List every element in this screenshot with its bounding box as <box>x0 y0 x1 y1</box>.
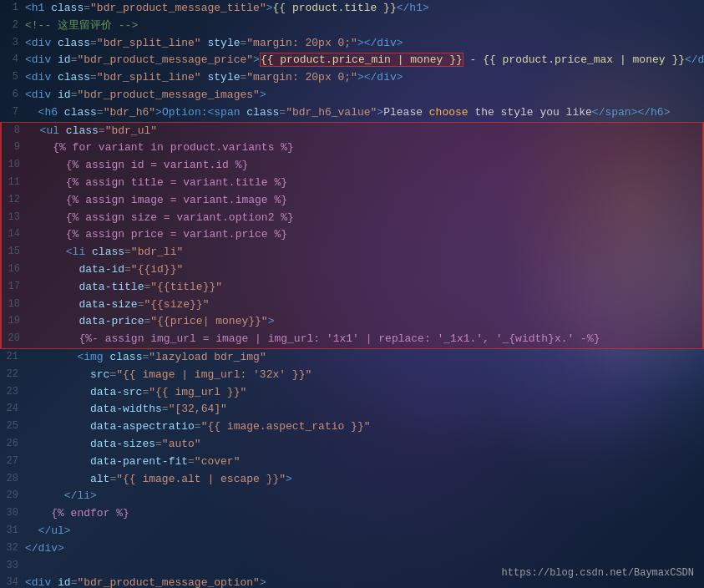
line-code: data-parent-fit="cover" <box>25 454 702 471</box>
line-code: <div id="bdr_product_message_price">{{ p… <box>25 52 704 69</box>
line-number: 13 <box>3 210 27 226</box>
line-code: alt="{{ image.alt | escape }}"> <box>25 471 702 489</box>
code-editor: 1<h1 class="bdr_product_message_title">{… <box>0 0 704 588</box>
code-line: 28 alt="{{ image.alt | escape }}"> <box>0 471 704 489</box>
line-code: <li class="bdr_li" <box>27 244 701 261</box>
line-number: 7 <box>2 104 25 120</box>
line-code: <!-- 这里留评价 --> <box>25 18 702 35</box>
code-line: 18 data-size="{{size}}" <box>0 297 704 314</box>
line-number: 10 <box>3 157 27 173</box>
line-number: 30 <box>2 505 25 521</box>
line-code: data-aspectratio="{{ image.aspect_ratio … <box>25 418 702 436</box>
code-line: 6<div id="bdr_product_message_images"> <box>0 87 704 104</box>
code-line: 22 src="{{ image | img_url: '32x' }}" <box>0 367 704 384</box>
line-number: 24 <box>2 401 25 417</box>
code-line: 12 {% assign image = variant.image %} <box>0 192 704 210</box>
line-code: {% assign image = variant.image %} <box>27 192 701 210</box>
line-code: <ul class="bdr_ul" <box>27 123 701 140</box>
line-number: 15 <box>3 244 27 260</box>
code-line: 8 <ul class="bdr_ul" <box>0 122 704 140</box>
line-number: 1 <box>2 0 25 16</box>
line-number: 12 <box>3 192 27 208</box>
code-line: 7 <h6 class="bdr_h6">Option:<span class=… <box>0 104 704 122</box>
code-line: 13 {% assign size = variant.option2 %} <box>0 210 704 227</box>
code-line: 31 </ul> <box>0 523 704 540</box>
code-line: 19 data-price="{{price| money}}"> <box>0 313 704 331</box>
line-number: 29 <box>2 488 25 504</box>
code-line: 25 data-aspectratio="{{ image.aspect_rat… <box>0 418 704 436</box>
line-code: {% assign price = variant.price %} <box>27 226 701 244</box>
code-line: 27 data-parent-fit="cover" <box>0 454 704 471</box>
line-number: 11 <box>3 175 27 190</box>
code-line: 1<h1 class="bdr_product_message_title">{… <box>0 0 704 18</box>
code-line: 4<div id="bdr_product_message_price">{{ … <box>0 52 704 69</box>
line-code: data-sizes="auto" <box>25 436 702 454</box>
code-line: 23 data-src="{{ img_url }}" <box>0 384 704 402</box>
line-number: 32 <box>2 540 25 556</box>
url-bar: https://blog.csdn.net/BaymaxCSDN <box>502 565 694 581</box>
code-line: 14 {% assign price = variant.price %} <box>0 226 704 244</box>
line-code: {%- assign img_url = image | img_url: '1… <box>27 331 701 348</box>
line-code: {% endfor %} <box>25 505 702 523</box>
line-number: 28 <box>2 471 25 487</box>
code-line: 5<div class="bdr_split_line" style="marg… <box>0 69 704 87</box>
line-code: data-id="{{id}}" <box>27 261 701 279</box>
line-number: 3 <box>2 35 25 51</box>
line-code: </div> <box>25 540 702 558</box>
line-code: <div class="bdr_split_line" style="margi… <box>25 35 702 53</box>
code-line: 26 data-sizes="auto" <box>0 436 704 454</box>
code-line: 21 <img class="lazyload bdr_img" <box>0 349 704 367</box>
line-number: 27 <box>2 454 25 469</box>
line-code: <div class="bdr_split_line" style="margi… <box>25 69 702 87</box>
line-number: 34 <box>2 575 25 588</box>
line-number: 33 <box>2 558 25 574</box>
line-number: 18 <box>3 297 27 312</box>
line-code: data-price="{{price| money}}"> <box>27 313 701 331</box>
line-number: 6 <box>2 87 25 103</box>
line-code: data-widths="[32,64]" <box>25 401 702 418</box>
code-line: 16 data-id="{{id}}" <box>0 261 704 279</box>
code-line: 3<div class="bdr_split_line" style="marg… <box>0 35 704 53</box>
line-number: 22 <box>2 367 25 383</box>
line-code: </ul> <box>25 523 702 540</box>
line-number: 5 <box>2 69 25 85</box>
line-code: {% for variant in product.variants %} <box>27 139 701 157</box>
line-code: data-size="{{size}}" <box>27 297 701 314</box>
code-line: 10 {% assign id = variant.id %} <box>0 157 704 175</box>
line-number: 20 <box>3 331 27 347</box>
code-line: 29 </li> <box>0 488 704 505</box>
line-number: 8 <box>3 123 27 139</box>
code-line: 30 {% endfor %} <box>0 505 704 523</box>
line-number: 26 <box>2 436 25 452</box>
highlight-money: {{ product.price_min | money }} <box>260 53 463 67</box>
line-code: {% assign id = variant.id %} <box>27 157 701 175</box>
line-number: 25 <box>2 418 25 434</box>
line-number: 4 <box>2 52 25 68</box>
code-line: 2<!-- 这里留评价 --> <box>0 18 704 35</box>
line-number: 17 <box>3 279 27 295</box>
line-number: 23 <box>2 384 25 400</box>
line-code: {% assign size = variant.option2 %} <box>27 210 701 227</box>
line-number: 14 <box>3 226 27 242</box>
line-code: <h1 class="bdr_product_message_title">{{… <box>25 0 702 18</box>
line-code: <div id="bdr_product_message_images"> <box>25 87 702 104</box>
code-line: 15 <li class="bdr_li" <box>0 244 704 261</box>
line-code: {% assign title = variant.title %} <box>27 175 701 192</box>
line-code: <h6 class="bdr_h6">Option:<span class="b… <box>25 104 702 122</box>
line-code: <img class="lazyload bdr_img" <box>25 349 702 367</box>
line-number: 19 <box>3 313 27 329</box>
line-number: 9 <box>3 139 27 155</box>
code-line: 32</div> <box>0 540 704 558</box>
line-code: src="{{ image | img_url: '32x' }}" <box>25 367 702 384</box>
code-line: 17 data-title="{{title}}" <box>0 279 704 297</box>
line-number: 31 <box>2 523 25 539</box>
line-number: 21 <box>2 349 25 365</box>
line-code: data-src="{{ img_url }}" <box>25 384 702 402</box>
line-number: 16 <box>3 261 27 277</box>
line-number: 2 <box>2 18 25 33</box>
code-line: 11 {% assign title = variant.title %} <box>0 175 704 192</box>
url-text: https://blog.csdn.net/BaymaxCSDN <box>502 567 694 579</box>
code-line: 24 data-widths="[32,64]" <box>0 401 704 418</box>
line-code: data-title="{{title}}" <box>27 279 701 297</box>
code-line: 9 {% for variant in product.variants %} <box>0 139 704 157</box>
